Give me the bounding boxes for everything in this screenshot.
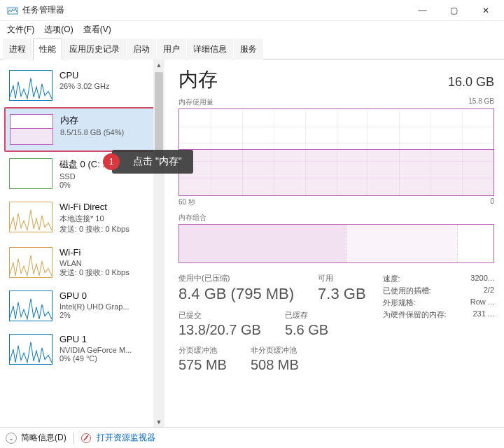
sidebar-item-sub2: 0% (49 °C) xyxy=(59,354,160,363)
sidebar-item-title: GPU 1 xyxy=(59,334,160,344)
tab-app-history[interactable]: 应用历史记录 xyxy=(63,38,126,59)
menu-options[interactable]: 选项(O) xyxy=(40,22,77,37)
scroll-down-icon[interactable]: ▼ xyxy=(153,416,164,428)
sidebar-item-sub2: 0% xyxy=(59,181,160,189)
sidebar-item-wifi-3[interactable]: Wi-Fi Direct本地连接* 10发送: 0 接收: 0 Kbps xyxy=(4,195,164,241)
tab-startup[interactable]: 启动 xyxy=(127,38,156,59)
memory-composition-chart[interactable] xyxy=(178,224,494,263)
resource-monitor-icon xyxy=(81,433,91,443)
menu-view[interactable]: 查看(V) xyxy=(79,22,115,37)
minimize-button[interactable]: — xyxy=(407,0,438,21)
divider xyxy=(74,433,74,444)
gpu-thumb-icon xyxy=(9,290,52,321)
sidebar-item-sub: 本地连接* 10 xyxy=(59,214,160,224)
collapse-icon[interactable]: ⌄ xyxy=(6,433,17,444)
sidebar-item-sub: NVIDIA GeForce M... xyxy=(59,346,160,354)
maximize-button[interactable]: ▢ xyxy=(438,0,470,21)
content-area: CPU26% 3.02 GHz内存8.5/15.8 GB (54%)磁盘 0 (… xyxy=(0,59,504,428)
main-panel: 内存 16.0 GB 内存使用量 15.8 GB 60 秒 0 内存组合 xyxy=(164,59,504,428)
stat-committed: 已提交 13.8/20.7 GB xyxy=(178,310,261,338)
annotation-step-badge: 1 xyxy=(103,153,120,170)
page-title: 内存 xyxy=(178,66,448,93)
sidebar-item-sub2: 发送: 0 接收: 0 Kbps xyxy=(59,267,160,278)
mem-thumb-icon xyxy=(10,114,53,145)
x-axis-right: 0 xyxy=(490,197,494,207)
sidebar-scrollbar[interactable]: ▲ ▼ xyxy=(153,59,164,428)
sidebar: CPU26% 3.02 GHz内存8.5/15.8 GB (54%)磁盘 0 (… xyxy=(0,59,164,428)
brief-info-link[interactable]: 简略信息(D) xyxy=(21,432,66,444)
chart-usage-label: 内存使用量 xyxy=(178,97,214,107)
tab-users[interactable]: 用户 xyxy=(157,38,186,59)
open-resource-monitor-link[interactable]: 打开资源监视器 xyxy=(97,432,155,444)
sidebar-item-wifi-4[interactable]: Wi-FiWLAN发送: 0 接收: 0 Kbps xyxy=(4,241,164,284)
sidebar-item-title: GPU 0 xyxy=(59,290,160,301)
annotation-text: 点击 "内存" xyxy=(133,155,182,167)
sidebar-item-sub: WLAN xyxy=(59,259,160,267)
tab-details[interactable]: 详细信息 xyxy=(187,38,233,59)
sidebar-item-cpu-0[interactable]: CPU26% 3.02 GHz xyxy=(4,64,164,107)
tab-bar: 进程 性能 应用历史记录 启动 用户 详细信息 服务 xyxy=(0,38,504,59)
cpu-thumb-icon xyxy=(9,70,52,101)
x-axis-left: 60 秒 xyxy=(178,197,195,207)
chart-usage-max: 15.8 GB xyxy=(468,97,494,107)
sidebar-item-sub: Intel(R) UHD Grap... xyxy=(59,302,160,311)
gpu-thumb-icon xyxy=(9,334,52,365)
sidebar-item-gpu-6[interactable]: GPU 1NVIDIA GeForce M...0% (49 °C) xyxy=(4,328,164,371)
wifi-thumb-icon xyxy=(9,202,52,232)
sidebar-item-sub: 8.5/15.8 GB (54%) xyxy=(60,128,159,136)
menu-file[interactable]: 文件(F) xyxy=(3,22,38,37)
sidebar-item-sub: 26% 3.02 GHz xyxy=(59,82,160,90)
sidebar-item-title: Wi-Fi Direct xyxy=(59,202,160,212)
close-button[interactable]: ✕ xyxy=(470,0,501,21)
app-icon xyxy=(7,5,18,16)
stat-in-use: 使用中(已压缩) 8.4 GB (795 MB) xyxy=(178,273,294,303)
stats-block: 使用中(已压缩) 8.4 GB (795 MB) 可用 7.3 GB 已提交 1… xyxy=(178,273,494,380)
composition-label: 内存组合 xyxy=(178,213,494,223)
sidebar-item-mem-1[interactable]: 内存8.5/15.8 GB (54%) xyxy=(4,107,164,152)
stat-available: 可用 7.3 GB xyxy=(318,273,365,303)
scroll-thumb[interactable] xyxy=(155,72,163,156)
wifi-thumb-icon xyxy=(9,247,52,278)
tab-services[interactable]: 服务 xyxy=(234,38,263,59)
stat-cached: 已缓存 5.6 GB xyxy=(285,310,328,338)
sidebar-item-sub2: 2% xyxy=(59,311,160,319)
tab-processes[interactable]: 进程 xyxy=(3,38,32,59)
stat-paged-pool: 分页缓冲池 575 MB xyxy=(178,345,227,373)
title-bar: 任务管理器 — ▢ ✕ xyxy=(0,0,504,21)
disk-thumb-icon xyxy=(9,158,52,189)
memory-usage-chart[interactable] xyxy=(178,108,494,196)
stat-nonpaged-pool: 非分页缓冲池 508 MB xyxy=(251,345,299,373)
sidebar-item-gpu-5[interactable]: GPU 0Intel(R) UHD Grap...2% xyxy=(4,284,164,328)
sidebar-item-title: Wi-Fi xyxy=(59,247,160,258)
window-title: 任务管理器 xyxy=(22,4,64,16)
sidebar-item-title: CPU xyxy=(59,70,160,80)
sidebar-item-title: 内存 xyxy=(60,114,159,127)
sidebar-item-sub2: 发送: 0 接收: 0 Kbps xyxy=(59,224,160,234)
tutorial-annotation: 1 点击 "内存" xyxy=(112,150,193,174)
hardware-info: 速度:3200... 已使用的插槽:2/2 外形规格:Row ... 为硬件保留… xyxy=(383,273,494,380)
menu-bar: 文件(F) 选项(O) 查看(V) xyxy=(0,21,504,38)
scroll-up-icon[interactable]: ▲ xyxy=(153,59,164,71)
tab-performance[interactable]: 性能 xyxy=(33,38,62,59)
memory-total: 16.0 GB xyxy=(448,75,494,90)
footer: ⌄ 简略信息(D) 打开资源监视器 xyxy=(0,427,504,448)
